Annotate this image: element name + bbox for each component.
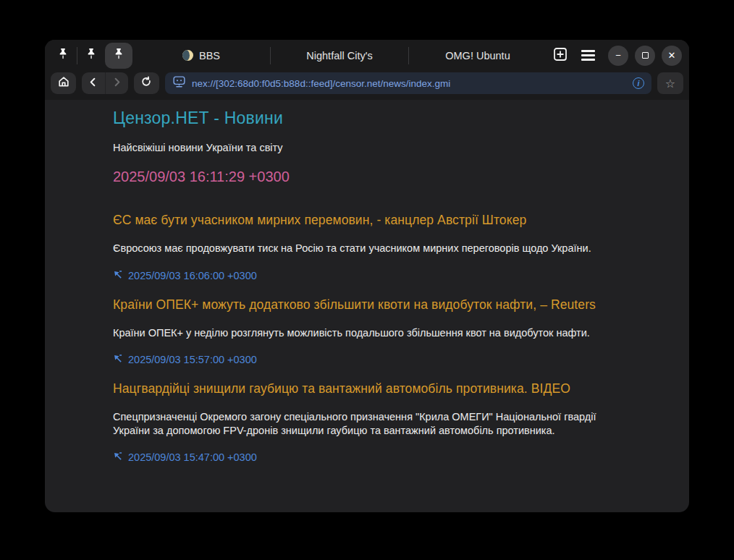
reload-button[interactable] bbox=[134, 72, 159, 94]
article-summary: Країни ОПЕК+ у неділю розглянуть можливі… bbox=[113, 326, 612, 340]
new-tab-button[interactable] bbox=[547, 43, 574, 69]
page-info-icon[interactable]: i bbox=[633, 77, 644, 89]
url-bar[interactable]: nex://[302:68d0:f0d5:b88d::feed]/censor.… bbox=[165, 72, 651, 94]
minimize-button[interactable]: − bbox=[608, 46, 628, 66]
tab-label: BBS bbox=[199, 50, 220, 61]
page-subtitle: Найсвіжіші новини України та світу bbox=[113, 142, 660, 153]
pushpin-icon bbox=[58, 48, 68, 63]
bookmark-button[interactable]: ☆ bbox=[657, 72, 683, 94]
hamburger-icon bbox=[581, 50, 595, 61]
minimize-icon: − bbox=[615, 51, 621, 60]
article-timestamp-link[interactable]: 2025/09/03 15:47:00 +0300 bbox=[113, 451, 660, 463]
article-timestamp: 2025/09/03 16:06:00 +0300 bbox=[128, 270, 257, 281]
article-timestamp-link[interactable]: 2025/09/03 15:57:00 +0300 bbox=[113, 354, 660, 365]
article-heading: Країни ОПЕК+ можуть додатково збільшити … bbox=[113, 297, 660, 313]
reload-icon bbox=[140, 76, 153, 91]
maximize-icon bbox=[642, 52, 649, 59]
crescent-moon-icon bbox=[182, 50, 193, 61]
home-icon bbox=[57, 75, 70, 91]
browser-window: BBS Nightfall City's OMG! Ubuntu − bbox=[45, 40, 689, 512]
pinned-tab-2[interactable] bbox=[77, 43, 105, 69]
article-timestamp-link[interactable]: 2025/09/03 16:06:00 +0300 bbox=[113, 270, 660, 281]
maximize-button[interactable] bbox=[635, 46, 655, 66]
news-article: Нацгвардійці знищили гаубицю та вантажни… bbox=[113, 381, 660, 463]
article-summary: Євросоюз має продовжувати тиск на Росію … bbox=[113, 242, 612, 255]
terminal-monitor-icon bbox=[172, 76, 186, 91]
tab-label: OMG! Ubuntu bbox=[445, 50, 510, 61]
back-button[interactable] bbox=[82, 72, 105, 94]
tab-nightfall-citys[interactable]: Nightfall City's bbox=[271, 40, 408, 71]
article-heading: Нацгвардійці знищили гаубицю та вантажни… bbox=[113, 381, 660, 396]
pushpin-icon bbox=[86, 48, 96, 63]
link-arrow-icon bbox=[113, 270, 122, 281]
navigation-bar: nex://[302:68d0:f0d5:b88d::feed]/censor.… bbox=[45, 71, 689, 100]
forward-button[interactable] bbox=[105, 72, 128, 94]
star-icon: ☆ bbox=[665, 77, 675, 90]
news-article: Країни ОПЕК+ можуть додатково збільшити … bbox=[113, 297, 660, 366]
menu-button[interactable] bbox=[574, 43, 602, 69]
back-forward-group bbox=[82, 72, 128, 94]
close-button[interactable]: ✕ bbox=[662, 46, 682, 66]
link-arrow-icon bbox=[113, 451, 122, 463]
plus-square-icon bbox=[553, 47, 568, 64]
article-timestamp: 2025/09/03 15:57:00 +0300 bbox=[128, 354, 257, 365]
page-content: Цензор.НЕТ - Новини Найсвіжіші новини Ук… bbox=[45, 100, 689, 493]
article-timestamp: 2025/09/03 15:47:00 +0300 bbox=[128, 451, 257, 463]
article-heading: ЄС має бути учасником мирних перемовин, … bbox=[113, 213, 660, 228]
pinned-tab-1[interactable] bbox=[49, 43, 77, 69]
tab-label: Nightfall City's bbox=[306, 50, 372, 61]
url-text[interactable]: nex://[302:68d0:f0d5:b88d::feed]/censor.… bbox=[192, 78, 627, 89]
pushpin-icon bbox=[114, 48, 124, 63]
news-article: ЄС має бути учасником мирних перемовин, … bbox=[113, 213, 660, 281]
page-title: Цензор.НЕТ - Новини bbox=[113, 109, 660, 128]
tab-omg-ubuntu[interactable]: OMG! Ubuntu bbox=[409, 40, 547, 71]
pinned-tab-3-active[interactable] bbox=[105, 43, 132, 69]
feed-updated-timestamp: 2025/09/03 16:11:29 +0300 bbox=[113, 169, 660, 185]
close-icon: ✕ bbox=[668, 51, 676, 60]
tab-bar: BBS Nightfall City's OMG! Ubuntu − bbox=[45, 40, 689, 71]
article-summary: Спецпризначенці Окремого загону спеціаль… bbox=[113, 410, 612, 437]
back-arrow-icon bbox=[88, 77, 98, 90]
link-arrow-icon bbox=[113, 354, 122, 365]
home-button[interactable] bbox=[51, 72, 76, 94]
forward-arrow-icon bbox=[111, 77, 122, 90]
tab-bbs[interactable]: BBS bbox=[132, 40, 270, 71]
